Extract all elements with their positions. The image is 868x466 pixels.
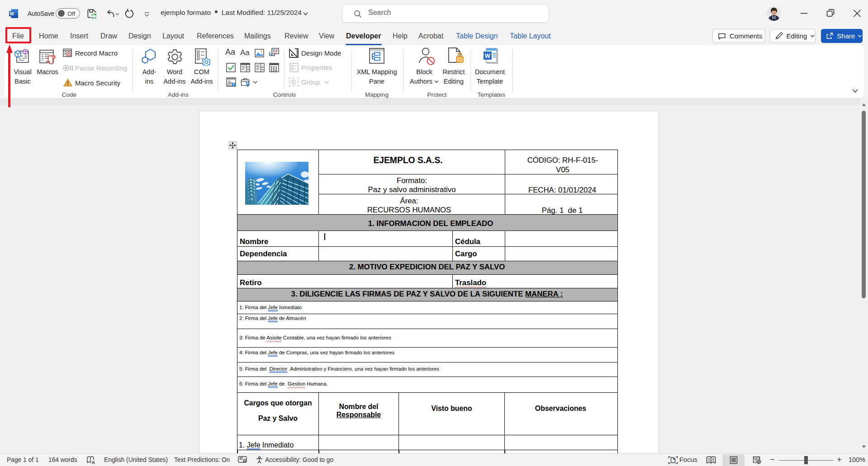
svg-text:W: W (485, 52, 491, 59)
svg-text:W: W (9, 11, 14, 16)
